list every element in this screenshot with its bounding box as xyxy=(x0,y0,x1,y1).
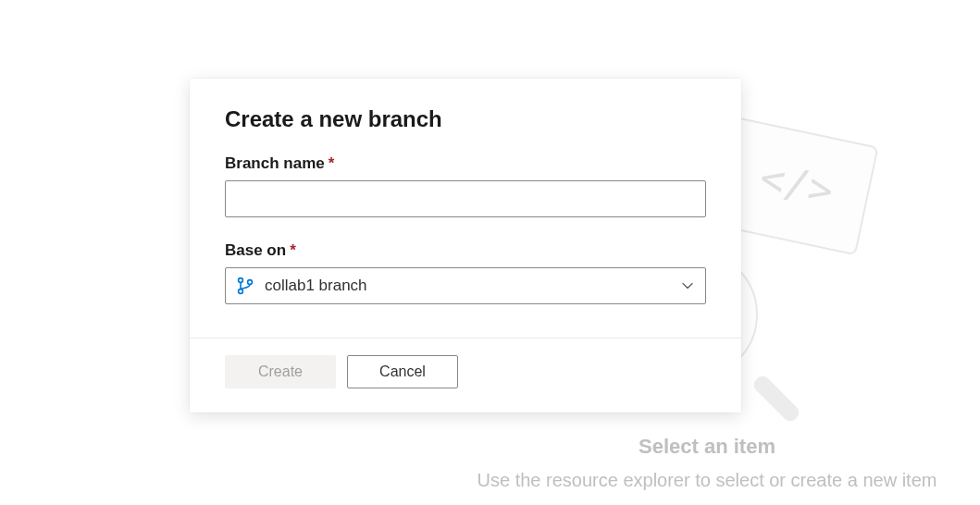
required-asterisk-icon: * xyxy=(290,241,296,259)
branch-name-label-text: Branch name xyxy=(225,154,325,172)
branch-name-field-group: Branch name* xyxy=(225,154,706,217)
base-on-selected-value: collab1 branch xyxy=(265,277,681,295)
create-branch-dialog: Create a new branch Branch name* Base on… xyxy=(190,79,741,413)
placeholder-heading: Select an item xyxy=(448,435,966,459)
placeholder-subtext: Use the resource explorer to select or c… xyxy=(448,470,966,491)
chevron-down-icon xyxy=(681,279,694,292)
git-branch-icon xyxy=(237,277,254,295)
svg-point-0 xyxy=(239,278,243,283)
base-on-dropdown[interactable]: collab1 branch xyxy=(225,267,706,304)
background-placeholder-text: Select an item Use the resource explorer… xyxy=(448,435,966,491)
branch-name-input[interactable] xyxy=(225,180,706,217)
svg-point-1 xyxy=(239,289,243,294)
base-on-label: Base on* xyxy=(225,241,706,260)
create-button[interactable]: Create xyxy=(225,355,336,388)
base-on-label-text: Base on xyxy=(225,241,286,259)
cancel-button[interactable]: Cancel xyxy=(347,355,458,388)
svg-point-2 xyxy=(248,280,253,285)
base-on-field-group: Base on* collab1 branch xyxy=(225,241,706,304)
code-brackets-icon: </> xyxy=(756,154,837,215)
dialog-footer: Create Cancel xyxy=(190,338,741,413)
branch-name-label: Branch name* xyxy=(225,154,706,173)
dialog-title: Create a new branch xyxy=(225,106,706,132)
required-asterisk-icon: * xyxy=(329,154,335,172)
